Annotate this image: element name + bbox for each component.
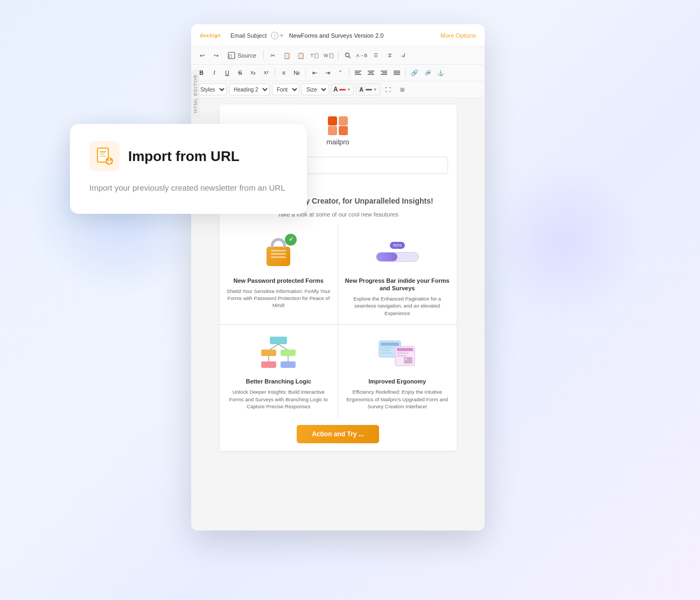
select-all-button[interactable]: ☰ [369, 49, 382, 62]
blockquote-button[interactable]: " [334, 67, 346, 79]
progress-fill [376, 253, 397, 261]
divider-3 [275, 68, 275, 78]
bg-color-bar [366, 89, 372, 90]
check-badge: ✓ [285, 234, 297, 246]
feature-icon-ergonomy [373, 333, 422, 372]
list-unordered-button[interactable]: ≡ [278, 67, 290, 79]
toolbar-row-1: ↩ ↪ {'} Source ✂ 📋 📋 T📋 W📋 A→B ☰ T̶ I̶ [191, 47, 485, 65]
list-ordered-button[interactable]: № [291, 67, 303, 79]
svg-rect-37 [397, 355, 407, 357]
feature-icon-progress: 50% [373, 233, 422, 271]
import-title: Import from URL [128, 148, 240, 165]
svg-line-3 [348, 57, 351, 59]
svg-text:{'}: {'} [229, 54, 233, 58]
size-select[interactable]: Size [302, 83, 328, 95]
html-editor-label: HTML Editor [191, 70, 200, 117]
bg-color-picker[interactable]: A ▼ [356, 83, 380, 95]
progress-track [376, 252, 419, 262]
cut-button[interactable]: ✂ [267, 49, 279, 62]
subscript-button[interactable]: X₂ [247, 67, 259, 79]
feature-desc-progress: Explore the Enhanced Pagination for a se… [345, 295, 450, 317]
font-select[interactable]: Font [272, 83, 299, 95]
svg-rect-19 [339, 126, 348, 135]
feature-title-branching: Better Branching Logic [246, 378, 311, 385]
svg-rect-41 [100, 151, 106, 152]
align-left-button[interactable] [352, 67, 364, 79]
fullscreen-button[interactable]: ⛶ [382, 83, 394, 95]
info-icon[interactable]: i [271, 32, 278, 39]
divider-5 [349, 68, 349, 78]
svg-rect-18 [328, 126, 337, 135]
font-color-a: A [333, 86, 338, 93]
svg-rect-32 [381, 350, 390, 351]
paste-button[interactable]: 📋 [295, 49, 307, 62]
link-button[interactable]: 🔗 [409, 67, 421, 79]
align-justify-button[interactable] [391, 67, 403, 79]
copy-button[interactable]: 📋 [281, 49, 293, 62]
svg-rect-23 [261, 361, 276, 368]
import-description: Import your previously created newslette… [89, 182, 288, 194]
align-right-button[interactable] [378, 67, 390, 79]
paste-word-button[interactable]: W📋 [323, 49, 335, 62]
more-options-button[interactable]: More Options [440, 32, 476, 39]
feature-icon-password: ✓ [254, 233, 303, 271]
lock-shackle [271, 238, 286, 248]
svg-rect-35 [397, 348, 413, 351]
undo-button[interactable]: ↩ [195, 49, 208, 62]
svg-rect-31 [381, 347, 394, 348]
svg-rect-36 [397, 352, 409, 354]
outdent-button[interactable]: ⇤ [309, 67, 320, 79]
svg-rect-16 [328, 116, 337, 125]
replace-button[interactable]: A→B [355, 49, 368, 62]
heading-select[interactable]: Heading 2 [229, 83, 270, 95]
toolbar-row-2: B I U S X₂ X² ≡ № ⇤ ⇥ " 🔗 🔗̶ ⚓ [191, 65, 485, 81]
svg-rect-22 [281, 350, 296, 356]
feature-desc-branching: Unlock Deeper Insights: Build Interactiv… [226, 388, 332, 410]
progress-icon-wrap: 50% [376, 242, 419, 262]
divider-4 [305, 68, 306, 78]
editor-topbar: doxSign Email Subject i + NewForms and S… [191, 24, 485, 47]
feature-title-progress: New Progress Bar indide your Forms and S… [345, 277, 450, 292]
svg-rect-21 [261, 350, 276, 356]
styles-select[interactable]: Styles [195, 83, 227, 95]
ergonomy-icon [378, 336, 417, 370]
strikethrough-button[interactable]: S [234, 67, 246, 79]
topbar-left: doxSign Email Subject i + NewForms and S… [200, 31, 383, 40]
email-cta-area: Action and Try ... [220, 417, 457, 451]
align-right-icon [381, 70, 387, 75]
email-subject-tab[interactable]: Email Subject [226, 31, 271, 40]
svg-rect-33 [381, 352, 393, 354]
italic-text-button[interactable]: I̶ [397, 49, 410, 62]
paste-text-button[interactable]: T📋 [309, 49, 321, 62]
svg-line-25 [270, 344, 278, 350]
feature-cell-progress: 50% New Progress Bar indide your Forms a… [338, 224, 457, 324]
italic-button[interactable]: I [208, 67, 220, 79]
align-justify-icon [394, 70, 400, 75]
cta-button[interactable]: Action and Try ... [297, 425, 379, 443]
add-tab-button[interactable]: + [279, 31, 284, 39]
redo-button[interactable]: ↪ [209, 49, 222, 62]
tab-container: Email Subject i + [226, 31, 284, 40]
align-center-button[interactable] [365, 67, 377, 79]
source-view-button[interactable]: ⊞ [396, 83, 408, 95]
unlink-button[interactable]: 🔗̶ [422, 67, 433, 79]
svg-point-2 [345, 53, 349, 57]
lock-lines [267, 247, 290, 261]
svg-line-26 [278, 344, 287, 350]
doxsign-logo: doxSign [200, 33, 221, 38]
indent-button[interactable]: ⇥ [321, 67, 333, 79]
font-color-picker[interactable]: A ▼ [331, 83, 354, 95]
svg-rect-38 [404, 357, 412, 364]
feature-cell-password: ✓ New Password protected Forms Shield Yo… [220, 224, 338, 324]
lock-body [267, 247, 290, 266]
remove-format-button[interactable]: T̶ [383, 49, 396, 62]
find-button[interactable] [341, 49, 354, 62]
source-button[interactable]: {'} Source [223, 50, 261, 61]
underline-button[interactable]: U [221, 67, 233, 79]
divider-6 [405, 68, 406, 78]
svg-rect-17 [339, 116, 348, 125]
anchor-button[interactable]: ⚓ [435, 67, 446, 79]
toolbar-row-3: Styles Heading 2 Font Size A ▼ A ▼ ⛶ ⊞ [191, 81, 485, 98]
superscript-button[interactable]: X² [260, 67, 272, 79]
feature-icon-branching [254, 333, 303, 372]
